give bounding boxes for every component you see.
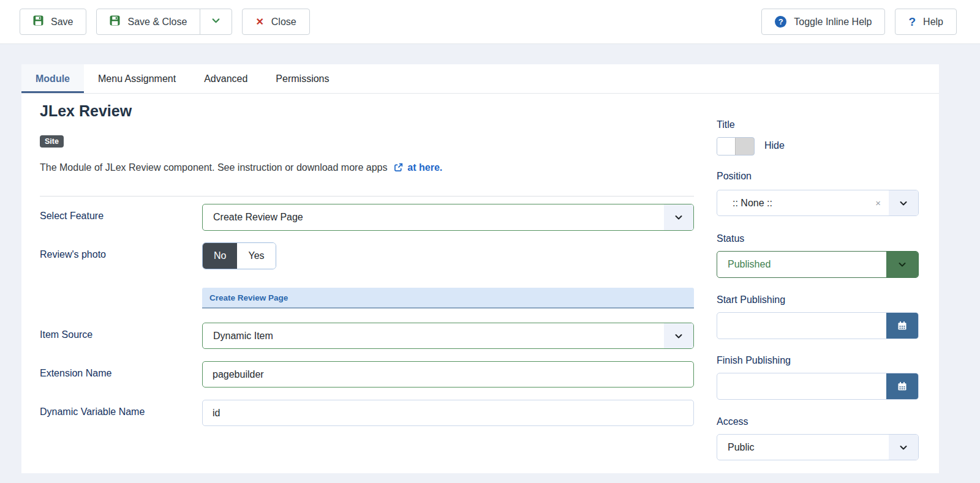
tab-module[interactable]: Module: [21, 64, 84, 93]
tab-permissions[interactable]: Permissions: [262, 64, 343, 93]
chevron-down-icon[interactable]: [889, 435, 918, 460]
extension-name-input[interactable]: [203, 362, 693, 387]
select-feature-select[interactable]: Create Review Page: [202, 204, 694, 231]
status-select[interactable]: Published: [717, 251, 919, 278]
toolbar: Save Save & Close ✕ Close: [0, 0, 980, 44]
reviews-photo-no-option[interactable]: No: [203, 243, 237, 269]
module-edit-page: Save Save & Close ✕ Close: [0, 0, 980, 483]
external-link-icon: [390, 162, 407, 173]
access-select[interactable]: Public: [717, 434, 919, 460]
toggle-inline-help-button[interactable]: ? Toggle Inline Help: [761, 9, 885, 35]
module-description: The Module of JLex Review component. See…: [40, 162, 442, 173]
question-circle-icon: ?: [775, 16, 786, 28]
close-x-icon: ✕: [255, 16, 263, 28]
save-and-close-label: Save & Close: [127, 17, 187, 28]
item-source-label: Item Source: [40, 329, 92, 340]
save-close-split-button: Save & Close: [96, 9, 232, 35]
module-edit-card: Module Menu Assignment Advanced Permissi…: [21, 64, 939, 473]
toolbar-right-group: ? Toggle Inline Help ? Help: [761, 9, 957, 35]
reviews-photo-yes-option[interactable]: Yes: [237, 243, 275, 269]
toggle-inline-help-label: Toggle Inline Help: [794, 17, 872, 28]
save-and-close-button[interactable]: Save & Close: [96, 9, 200, 35]
tab-advanced[interactable]: Advanced: [190, 64, 262, 93]
access-label: Access: [717, 416, 748, 427]
save-button[interactable]: Save: [20, 9, 86, 35]
clear-position-icon[interactable]: ×: [875, 198, 889, 208]
calendar-icon[interactable]: [886, 313, 918, 339]
dynamic-variable-name-input[interactable]: [203, 400, 693, 425]
tab-bar: Module Menu Assignment Advanced Permissi…: [21, 64, 939, 94]
site-badge: Site: [40, 135, 64, 148]
help-button-label: Help: [923, 17, 943, 28]
finish-publishing-input[interactable]: [717, 373, 886, 399]
item-source-select[interactable]: Dynamic Item: [202, 323, 694, 349]
divider: [40, 196, 694, 197]
save-icon: [33, 15, 43, 28]
start-publishing-input[interactable]: [717, 313, 886, 339]
calendar-icon[interactable]: [886, 373, 918, 399]
at-here-link[interactable]: at here.: [407, 162, 442, 173]
finish-publishing-field-wrap: [717, 373, 919, 400]
extension-name-label: Extension Name: [40, 368, 111, 379]
close-button-label: Close: [271, 17, 296, 28]
select-feature-value: Create Review Page: [203, 212, 303, 223]
save-options-dropdown-button[interactable]: [200, 9, 232, 35]
description-text: The Module of JLex Review component. See…: [40, 162, 387, 173]
chevron-down-icon[interactable]: [889, 190, 918, 215]
title-show-hide-toggle[interactable]: [717, 137, 755, 155]
position-value: :: None ::: [717, 198, 772, 209]
position-combobox[interactable]: :: None :: ×: [717, 190, 919, 216]
finish-publishing-label: Finish Publishing: [717, 355, 791, 366]
reviews-photo-toggle-group: No Yes: [202, 242, 276, 269]
chevron-down-icon[interactable]: [664, 323, 693, 348]
chevron-down-icon[interactable]: [886, 252, 918, 277]
title-label: Title: [717, 119, 735, 130]
reviews-photo-label: Review's photo: [40, 249, 106, 260]
title-toggle-state-label: Hide: [764, 140, 785, 151]
save-icon: [110, 15, 120, 28]
start-publishing-label: Start Publishing: [717, 294, 785, 305]
page-title: JLex Review: [40, 102, 132, 120]
item-source-value: Dynamic Item: [203, 331, 273, 342]
chevron-down-icon[interactable]: [664, 204, 693, 230]
start-publishing-field-wrap: [717, 312, 919, 339]
status-label: Status: [717, 233, 744, 244]
tab-menu-assignment[interactable]: Menu Assignment: [84, 64, 190, 93]
dynamic-variable-name-field-wrap: [202, 400, 694, 426]
chevron-down-icon: [211, 15, 221, 28]
status-value: Published: [717, 259, 771, 270]
section-header-create-review-page: Create Review Page: [202, 288, 694, 309]
access-value: Public: [717, 442, 755, 453]
save-button-label: Save: [51, 17, 73, 28]
toolbar-left-group: Save Save & Close ✕ Close: [20, 9, 310, 35]
help-button[interactable]: ? Help: [895, 9, 957, 35]
extension-name-field-wrap: [202, 361, 694, 388]
toggle-knob: [717, 138, 736, 155]
dynamic-variable-name-label: Dynamic Variable Name: [40, 406, 145, 417]
question-icon: ?: [908, 15, 916, 29]
select-feature-label: Select Feature: [40, 211, 104, 222]
position-label: Position: [717, 171, 752, 182]
close-button[interactable]: ✕ Close: [242, 9, 309, 35]
